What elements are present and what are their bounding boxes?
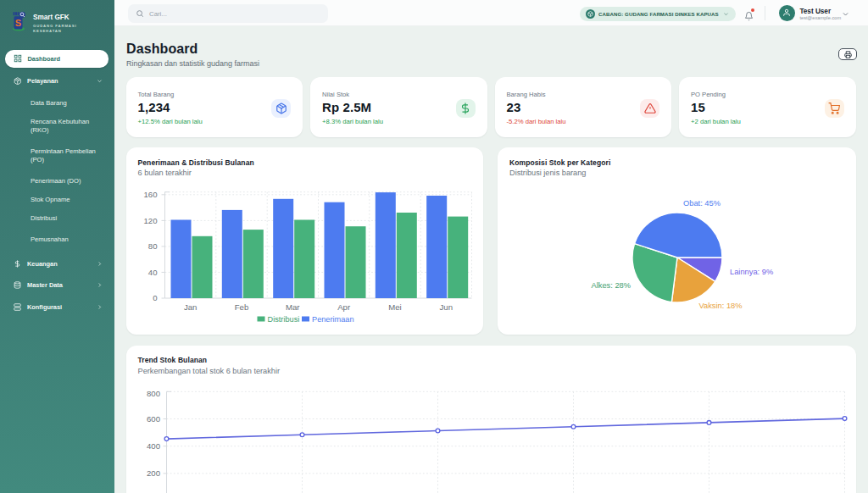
svg-text:Jan: Jan [183, 302, 196, 312]
svg-text:Vaksin: 18%: Vaksin: 18% [699, 302, 743, 310]
svg-text:Jun: Jun [439, 302, 452, 312]
svg-text:Penerimaan: Penerimaan [312, 315, 354, 324]
svg-text:Apr: Apr [337, 302, 351, 312]
svg-text:600: 600 [146, 414, 159, 424]
svg-text:Distribusi: Distribusi [267, 315, 299, 324]
svg-text:Obat: 45%: Obat: 45% [683, 199, 721, 208]
svg-text:Feb: Feb [234, 302, 248, 312]
svg-text:Mar: Mar [286, 302, 300, 312]
svg-text:40: 40 [147, 268, 157, 277]
svg-text:160: 160 [143, 190, 157, 199]
svg-text:80: 80 [147, 241, 157, 251]
svg-text:Alkes: 28%: Alkes: 28% [591, 281, 631, 290]
svg-text:0: 0 [153, 293, 157, 302]
svg-text:Lainnya: 9%: Lainnya: 9% [730, 268, 773, 276]
svg-text:Mei: Mei [388, 302, 401, 312]
svg-text:120: 120 [143, 216, 157, 225]
svg-text:S: S [15, 18, 21, 28]
svg-text:800: 800 [146, 388, 159, 397]
svg-text:200: 200 [146, 468, 159, 478]
svg-text:400: 400 [146, 441, 159, 451]
